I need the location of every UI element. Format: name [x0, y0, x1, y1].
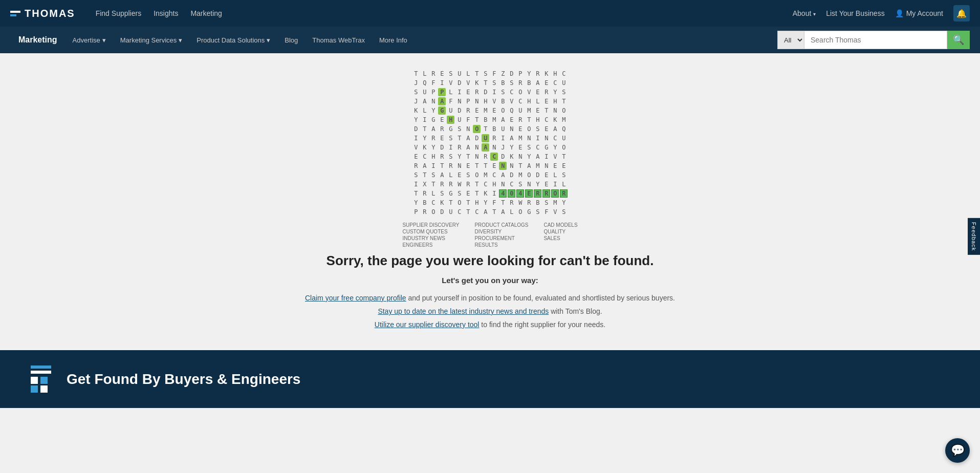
ws-cell: R	[421, 208, 428, 216]
ws-cell: C	[429, 199, 437, 207]
ws-cell: T	[473, 189, 481, 198]
more-info-link[interactable]: More Info	[372, 27, 415, 53]
about-link[interactable]: About ▾	[793, 9, 816, 17]
ws-cell: A	[499, 171, 507, 179]
search-input[interactable]	[804, 31, 947, 49]
footer-banner: Get Found By Buyers & Engineers	[0, 350, 980, 408]
ws-cell: N	[525, 180, 533, 188]
ws-cell: O	[499, 106, 507, 115]
advertise-link[interactable]: Advertise ▾	[66, 27, 113, 53]
ws-cell: R	[516, 116, 524, 124]
ws-cell: E	[464, 189, 472, 198]
ws-cell: D	[455, 106, 463, 115]
ws-cell: Q	[508, 106, 515, 115]
ws-cell: D	[508, 171, 515, 179]
ws-cell: S	[525, 143, 533, 152]
ws-cell: S	[412, 88, 420, 96]
ws-cell: D	[438, 143, 446, 152]
logo-text: THOMAS	[25, 8, 75, 19]
ws-cell: R	[438, 125, 446, 133]
ws-cell: L	[551, 171, 559, 179]
ws-cell: N	[516, 153, 524, 161]
ws-cell: M	[482, 106, 489, 115]
ws-cell: M	[534, 162, 541, 170]
ws-cell: S	[560, 208, 568, 216]
ws-cell: E	[534, 106, 541, 115]
ws-cell: T	[482, 79, 489, 87]
footer-sq-2	[31, 385, 38, 393]
ws-cell: S	[499, 88, 507, 96]
claim-profile-link[interactable]: Claim your free company profile	[305, 294, 406, 302]
ws-cell: N	[464, 125, 472, 133]
ws-cell: R	[447, 162, 454, 170]
ws-cell: K	[551, 116, 559, 124]
ws-cell: E	[508, 116, 515, 124]
supplier-discovery-link[interactable]: Utilize our supplier discovery tool	[375, 320, 480, 329]
ws-cell: E	[551, 162, 559, 170]
ws-cell: T	[412, 189, 420, 198]
ws-cell: D	[499, 153, 507, 161]
ws-cell: C	[473, 208, 481, 216]
ws-cell: R	[438, 153, 446, 161]
ws-cell: Y	[508, 143, 515, 152]
industry-news-link[interactable]: Stay up to date on the latest industry n…	[378, 307, 549, 315]
search-category-select[interactable]: All	[777, 31, 804, 49]
ws-cell: N	[508, 162, 515, 170]
ws-cell: U	[560, 79, 568, 87]
ws-cell: C	[534, 143, 541, 152]
product-data-solutions-link[interactable]: Product Data Solutions ▾	[189, 27, 277, 53]
ws-cell: E	[542, 79, 550, 87]
ws-cell: I	[455, 88, 463, 96]
ws-cell: M	[516, 171, 524, 179]
ws-cell: F	[490, 70, 498, 78]
ws-cell: V	[551, 153, 559, 161]
ws-cell: Y	[551, 143, 559, 152]
ws-cell: R	[516, 79, 524, 87]
ws-cell: M	[490, 116, 498, 124]
ws-cell: B	[421, 199, 428, 207]
ws-cell: H	[490, 180, 498, 188]
ws-cell: G	[447, 125, 454, 133]
ws-cell: I	[412, 134, 420, 142]
thomas-webtrax-link[interactable]: Thomas WebTrax	[305, 27, 372, 53]
ws-cell: T	[429, 180, 437, 188]
blog-link[interactable]: Blog	[277, 27, 305, 53]
marketing-services-link[interactable]: Marketing Services ▾	[113, 27, 190, 53]
top-nav-left: THOMAS Find Suppliers Insights Marketing	[10, 6, 227, 20]
ws-cell: Q	[560, 125, 568, 133]
account-icon: 👤	[895, 9, 904, 17]
ws-cell: N	[429, 97, 437, 105]
ws-cell: O	[516, 208, 524, 216]
feedback-tab[interactable]: Feedback	[968, 218, 980, 255]
ws-cell: T	[438, 162, 446, 170]
ws-cell: N	[473, 153, 481, 161]
ws-cell: A	[482, 143, 489, 152]
ws-cell: A	[482, 208, 489, 216]
marketing-services-chevron: ▾	[179, 36, 182, 44]
find-suppliers-link[interactable]: Find Suppliers	[91, 6, 147, 20]
ws-cell: T	[525, 116, 533, 124]
search-button[interactable]: 🔍	[947, 31, 970, 49]
ws-cell: E	[412, 153, 420, 161]
ws-cell: N	[525, 134, 533, 142]
notification-button[interactable]: 🔔	[953, 5, 970, 22]
ws-cell: A	[429, 125, 437, 133]
ws-cell: C	[551, 134, 559, 142]
ws-cell: P	[438, 88, 446, 96]
ws-cell: A	[421, 162, 428, 170]
ws-cell: Y	[482, 199, 489, 207]
ws-cell: G	[525, 208, 533, 216]
secondary-navbar: Marketing Advertise ▾ Marketing Services…	[0, 27, 980, 53]
account-link[interactable]: 👤 My Account	[895, 9, 943, 17]
words-legend: SUPPLIER DISCOVERY CUSTOM QUOTES INDUSTR…	[402, 222, 577, 248]
chat-button[interactable]: 💬	[945, 438, 970, 463]
ws-cell: O	[551, 189, 559, 198]
ws-cell: R	[508, 199, 515, 207]
legend-col-1: SUPPLIER DISCOVERY CUSTOM QUOTES INDUSTR…	[402, 222, 459, 248]
ws-cell: C	[542, 116, 550, 124]
list-business-link[interactable]: List Your Business	[826, 9, 884, 17]
ws-cell: O	[473, 125, 481, 133]
marketing-link[interactable]: Marketing	[185, 6, 227, 20]
insights-link[interactable]: Insights	[148, 6, 183, 20]
logo[interactable]: THOMAS	[10, 8, 75, 19]
